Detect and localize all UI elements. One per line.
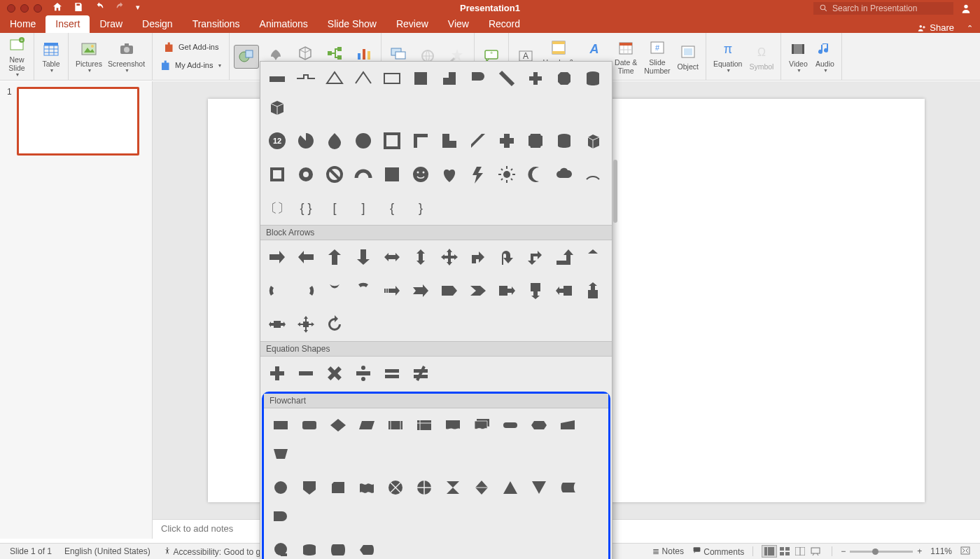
zoom-in-button[interactable]: + bbox=[917, 546, 922, 556]
my-addins-button[interactable]: My Add-ins▼ bbox=[157, 58, 225, 74]
ribbon-collapse-button[interactable]: ⌃ bbox=[960, 24, 980, 33]
video-button[interactable]: Video▼ bbox=[785, 38, 811, 75]
get-addins-button[interactable]: Get Add-ins bbox=[157, 40, 225, 55]
close-window-button[interactable] bbox=[7, 4, 15, 13]
audio-button[interactable]: Audio▼ bbox=[812, 38, 837, 75]
shape-item[interactable] bbox=[349, 64, 377, 92]
tab-animations[interactable]: Animations bbox=[250, 15, 318, 33]
minimize-window-button[interactable] bbox=[20, 4, 29, 13]
flowchart-card[interactable] bbox=[324, 474, 352, 502]
zoom-out-button[interactable]: − bbox=[841, 546, 846, 556]
shape-minus[interactable] bbox=[292, 359, 320, 387]
flowchart-process[interactable] bbox=[267, 411, 295, 439]
object-button[interactable]: Object bbox=[675, 41, 701, 73]
flowchart-punched-tape[interactable] bbox=[353, 474, 381, 502]
shape-not-equal[interactable] bbox=[407, 359, 435, 387]
shape-double-brace[interactable]: { } bbox=[292, 194, 320, 222]
shape-frame-icon[interactable] bbox=[378, 127, 406, 155]
shape-double-bracket[interactable]: 〔〕 bbox=[263, 194, 291, 222]
zoom-level[interactable]: 111% bbox=[930, 546, 952, 556]
shape-left-bracket[interactable]: [ bbox=[321, 194, 349, 222]
shape-item[interactable] bbox=[263, 93, 291, 121]
flowchart-collate[interactable] bbox=[439, 474, 467, 502]
shape-lightning-icon[interactable] bbox=[464, 160, 492, 188]
shape-pie[interactable] bbox=[292, 127, 320, 155]
shape-lr-callout-arrow[interactable] bbox=[263, 310, 291, 338]
user-account-icon[interactable] bbox=[959, 1, 973, 15]
slideshow-view-button[interactable] bbox=[808, 545, 823, 558]
flowchart-delay[interactable] bbox=[267, 502, 295, 530]
share-button[interactable]: Share bbox=[911, 22, 960, 33]
shape-equals[interactable] bbox=[378, 359, 406, 387]
tab-insert[interactable]: Insert bbox=[46, 15, 90, 33]
shape-item[interactable] bbox=[378, 64, 406, 92]
pictures-button[interactable]: Pictures▼ bbox=[73, 38, 105, 75]
equation-button[interactable]: π Equation▼ bbox=[710, 38, 745, 75]
shape-item[interactable] bbox=[321, 64, 349, 92]
shape-arc-icon[interactable] bbox=[349, 160, 377, 188]
flowchart-display[interactable] bbox=[353, 536, 381, 559]
shape-diag-stripe[interactable] bbox=[464, 127, 492, 155]
tab-draw[interactable]: Draw bbox=[90, 15, 132, 33]
shape-curved-right-arrow[interactable] bbox=[263, 277, 291, 305]
shape-left-up-arrow[interactable] bbox=[522, 243, 550, 271]
shape-item[interactable] bbox=[493, 64, 521, 92]
shape-divide[interactable] bbox=[349, 359, 377, 387]
zoom-slider[interactable]: − + bbox=[841, 546, 922, 556]
shape-can-icon[interactable] bbox=[550, 127, 578, 155]
status-language[interactable]: English (United States) bbox=[64, 546, 150, 556]
shape-right-brace[interactable]: } bbox=[407, 194, 435, 222]
flowchart-data[interactable] bbox=[353, 411, 381, 439]
shape-moon-icon[interactable] bbox=[522, 160, 550, 188]
tab-slideshow[interactable]: Slide Show bbox=[318, 15, 386, 33]
fit-to-window-button[interactable] bbox=[960, 546, 970, 557]
screenshot-button[interactable]: Screenshot▼ bbox=[105, 38, 148, 75]
flowchart-stored-data[interactable] bbox=[554, 474, 582, 502]
flowchart-offpage[interactable] bbox=[295, 474, 323, 502]
shape-left-right-arrow[interactable] bbox=[378, 243, 406, 271]
shape-bevel-icon[interactable] bbox=[263, 160, 291, 188]
shape-curved-left-arrow[interactable] bbox=[292, 277, 320, 305]
shape-left-callout-arrow[interactable] bbox=[550, 277, 578, 305]
shape-right-bracket[interactable]: ] bbox=[349, 194, 377, 222]
shape-pentagon-arrow[interactable] bbox=[435, 277, 463, 305]
search-input[interactable]: Search in Presentation bbox=[813, 2, 953, 15]
shape-bent-arrow[interactable] bbox=[464, 243, 492, 271]
flowchart-multidocument[interactable] bbox=[468, 411, 496, 439]
flowchart-summing[interactable] bbox=[382, 474, 410, 502]
shape-plus[interactable] bbox=[263, 359, 291, 387]
reading-view-button[interactable] bbox=[792, 545, 808, 558]
new-slide-button[interactable]: + New Slide▼ bbox=[4, 34, 29, 79]
shape-left-arrow[interactable] bbox=[292, 243, 320, 271]
gallery-scrollbar[interactable] bbox=[613, 160, 617, 223]
shape-folded-corner[interactable] bbox=[378, 160, 406, 188]
flowchart-preparation[interactable] bbox=[525, 411, 553, 439]
tab-transitions[interactable]: Transitions bbox=[183, 15, 250, 33]
flowchart-manual-input[interactable] bbox=[554, 411, 582, 439]
date-time-button[interactable]: Date & Time bbox=[612, 36, 640, 76]
flowchart-magnetic-disk[interactable] bbox=[295, 536, 323, 559]
shape-curved-down-arrow[interactable] bbox=[349, 277, 377, 305]
shapes-button[interactable] bbox=[234, 45, 259, 69]
home-icon[interactable] bbox=[52, 1, 63, 15]
status-accessibility[interactable]: Accessibility: Good to go bbox=[163, 546, 265, 557]
flowchart-extract[interactable] bbox=[496, 474, 524, 502]
shape-plus-icon[interactable] bbox=[493, 127, 521, 155]
flowchart-sort[interactable] bbox=[468, 474, 496, 502]
shape-item[interactable] bbox=[579, 64, 607, 92]
flowchart-predefined[interactable] bbox=[382, 411, 410, 439]
maximize-window-button[interactable] bbox=[34, 4, 42, 13]
shape-corner-arrow[interactable] bbox=[579, 243, 607, 271]
shape-cube-icon[interactable] bbox=[579, 127, 607, 155]
tab-record[interactable]: Record bbox=[479, 15, 530, 33]
shape-sun-icon[interactable] bbox=[493, 160, 521, 188]
shape-l-shape[interactable] bbox=[435, 127, 463, 155]
shape-down-callout-arrow[interactable] bbox=[522, 277, 550, 305]
save-icon[interactable] bbox=[73, 1, 84, 15]
symbol-button[interactable]: Ω Symbol bbox=[746, 41, 776, 73]
shape-teardrop-icon[interactable] bbox=[321, 127, 349, 155]
shape-multiply[interactable] bbox=[321, 359, 349, 387]
shape-left-brace[interactable]: { bbox=[378, 194, 406, 222]
shape-donut-icon[interactable] bbox=[292, 160, 320, 188]
flowchart-document[interactable] bbox=[439, 411, 467, 439]
